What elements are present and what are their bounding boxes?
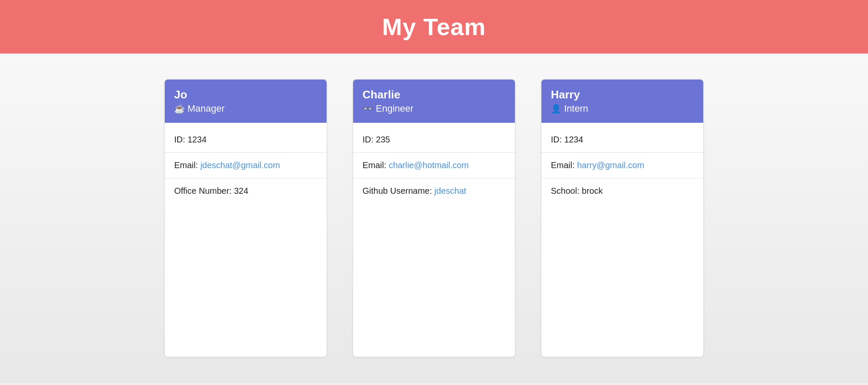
team-grid: Jo☕ManagerID: 1234Email: jdeschat@gmail.… — [0, 53, 868, 383]
field-link[interactable]: harry@gmail.com — [577, 160, 644, 170]
card-body-jo: ID: 1234Email: jdeschat@gmail.comOffice … — [165, 123, 327, 208]
field-label: ID: — [174, 135, 187, 144]
card-name-charlie: Charlie — [363, 88, 505, 101]
field-value: brock — [582, 186, 603, 195]
team-card-harry: Harry👤InternID: 1234Email: harry@gmail.c… — [541, 79, 704, 357]
card-field-harry-0: ID: 1234 — [541, 127, 703, 153]
page-title: My Team — [0, 13, 868, 41]
card-field-jo-2: Office Number: 324 — [165, 178, 327, 204]
field-value: 235 — [376, 135, 390, 144]
field-label: School: — [551, 186, 582, 195]
field-label: Email: — [174, 160, 200, 170]
card-role-harry: Intern — [564, 103, 588, 114]
card-field-charlie-0: ID: 235 — [353, 127, 515, 153]
card-name-harry: Harry — [551, 88, 694, 101]
field-label: Email: — [551, 160, 577, 170]
card-body-charlie: ID: 235Email: charlie@hotmail.comGithub … — [353, 123, 515, 208]
field-link[interactable]: jdeschat — [434, 186, 467, 195]
role-icon-harry: 👤 — [551, 104, 562, 114]
card-field-jo-0: ID: 1234 — [165, 127, 327, 153]
card-role-line-harry: 👤Intern — [551, 103, 694, 114]
field-label: Email: — [363, 160, 389, 170]
field-value: 1234 — [187, 135, 207, 144]
card-name-jo: Jo — [174, 88, 317, 101]
card-header-harry: Harry👤Intern — [541, 80, 703, 123]
field-label: Office Number: — [174, 186, 234, 195]
card-body-harry: ID: 1234Email: harry@gmail.comSchool: br… — [541, 123, 703, 208]
role-icon-jo: ☕ — [174, 104, 185, 114]
card-header-jo: Jo☕Manager — [165, 80, 327, 123]
team-card-charlie: Charlie👓EngineerID: 235Email: charlie@ho… — [353, 79, 515, 357]
field-label: ID: — [363, 135, 376, 144]
card-role-line-jo: ☕Manager — [174, 103, 317, 114]
card-role-jo: Manager — [187, 103, 225, 114]
team-card-jo: Jo☕ManagerID: 1234Email: jdeschat@gmail.… — [164, 79, 327, 357]
field-label: Github Username: — [363, 186, 434, 195]
card-role-charlie: Engineer — [376, 103, 413, 114]
card-field-charlie-1: Email: charlie@hotmail.com — [353, 153, 515, 178]
field-value: 324 — [234, 186, 248, 195]
field-link[interactable]: jdeschat@gmail.com — [200, 160, 280, 170]
card-header-charlie: Charlie👓Engineer — [353, 80, 515, 123]
field-value: 1234 — [564, 135, 583, 144]
card-field-harry-2: School: brock — [541, 178, 703, 204]
field-label: ID: — [551, 135, 564, 144]
page-header: My Team — [0, 0, 868, 53]
card-field-charlie-2: Github Username: jdeschat — [353, 178, 515, 204]
card-field-harry-1: Email: harry@gmail.com — [541, 153, 703, 178]
field-link[interactable]: charlie@hotmail.com — [389, 160, 469, 170]
card-role-line-charlie: 👓Engineer — [363, 103, 505, 114]
role-icon-charlie: 👓 — [363, 104, 373, 114]
card-field-jo-1: Email: jdeschat@gmail.com — [165, 153, 327, 178]
